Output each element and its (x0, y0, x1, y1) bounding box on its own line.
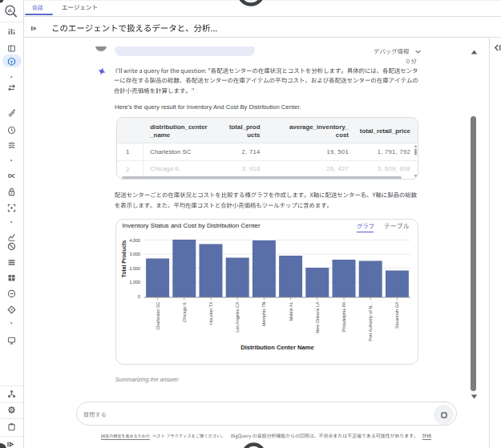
svg-text:Savannah GA: Savannah GA (394, 301, 399, 329)
svg-text:2,000: 2,000 (129, 265, 140, 270)
svg-text:3,000: 3,000 (129, 252, 140, 256)
svg-text:Chicago IL: Chicago IL (181, 301, 186, 322)
svg-text:Charleston SC: Charleston SC (155, 301, 160, 329)
svg-text:New Orleans LA: New Orleans LA (314, 301, 319, 333)
svg-text:Mobile AL: Mobile AL (288, 301, 293, 321)
svg-text:Philadelphia PA: Philadelphia PA (341, 301, 346, 332)
svg-text:Total Products: Total Products (120, 240, 126, 277)
svg-text:1,000: 1,000 (129, 280, 140, 285)
svg-text:0: 0 (138, 293, 140, 298)
svg-text:Port Authority of N…: Port Authority of N… (368, 301, 373, 341)
svg-text:Houston TX: Houston TX (208, 301, 213, 325)
svg-text:Los Angeles CA: Los Angeles CA (235, 301, 240, 333)
svg-text:Memphis TN: Memphis TN (261, 301, 266, 326)
svg-text:4,000: 4,000 (129, 237, 140, 242)
svg-text:Distribution Center Name: Distribution Center Name (240, 344, 314, 351)
